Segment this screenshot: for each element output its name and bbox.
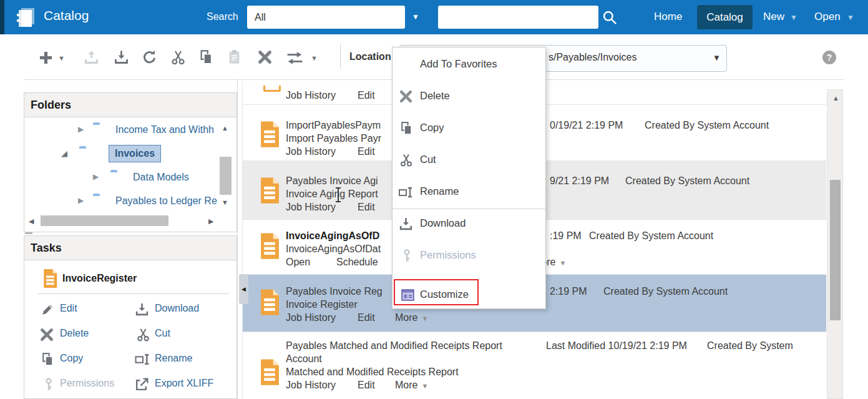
job-history-link[interactable]: Job History: [286, 312, 336, 323]
item-title[interactable]: Payables Invoice Reg: [286, 286, 383, 297]
copy-icon: [399, 121, 414, 136]
document-icon: [259, 232, 280, 260]
tree-scroll-down-icon[interactable]: ▼: [222, 199, 228, 206]
nav-home[interactable]: Home: [654, 11, 682, 23]
open-link[interactable]: Open: [286, 257, 310, 268]
document-icon: [259, 177, 280, 204]
expand-caret-icon[interactable]: ▶: [78, 197, 84, 204]
menu-copy[interactable]: Copy: [393, 116, 545, 141]
new-button[interactable]: [37, 49, 54, 66]
item-title[interactable]: ImportPayablesPaym: [286, 120, 381, 131]
delete-button[interactable]: [256, 49, 273, 66]
tree-scroll-left-icon[interactable]: ◀: [29, 218, 34, 225]
last-modified: Last Modified 10/19/21 2:19 PM: [546, 340, 687, 352]
tree-item-invoices-selected[interactable]: Invoices: [109, 145, 161, 162]
nav-new-caret-icon[interactable]: ▼: [790, 13, 797, 22]
item-title[interactable]: Payables Invoice Agi: [286, 175, 378, 187]
created-by: Created By System: [707, 340, 793, 352]
task-export-xliff[interactable]: Export XLIFF: [155, 378, 213, 389]
scroll-up-icon[interactable]: ▲: [832, 95, 839, 102]
list-item-payables-matched-receipts[interactable]: Payables Matched and Modified Receipts R…: [243, 332, 826, 399]
sidebar-collapse-handle[interactable]: ◀: [239, 274, 248, 304]
tasks-panel-title: Tasks: [24, 236, 237, 260]
location-caret-icon[interactable]: ▼: [713, 53, 721, 62]
nav-open[interactable]: Open: [814, 11, 841, 23]
more-link[interactable]: More▼: [395, 380, 428, 391]
menu-item-label: Rename: [420, 185, 459, 197]
job-history-link[interactable]: Job History: [286, 90, 336, 101]
cut-button[interactable]: [170, 49, 187, 66]
task-rename[interactable]: Rename: [155, 353, 192, 364]
expand-caret-icon[interactable]: ▶: [93, 173, 99, 180]
document-icon: [42, 268, 57, 288]
tree-vscroll-thumb[interactable]: [220, 157, 232, 195]
edit-link[interactable]: Edit: [358, 312, 375, 323]
menu-cut[interactable]: Cut: [393, 148, 545, 173]
search-icon[interactable]: [601, 9, 618, 26]
context-menu: Add To Favorites Delete Copy Cut Rename …: [392, 47, 546, 309]
nav-new[interactable]: New: [763, 11, 784, 23]
menu-rename[interactable]: Rename: [393, 180, 545, 205]
task-delete[interactable]: Delete: [60, 328, 89, 339]
upload-button[interactable]: [83, 49, 100, 66]
paste-button[interactable]: [226, 49, 243, 66]
job-history-link[interactable]: Job History: [286, 380, 336, 391]
item-description: Invoice Aging Report: [286, 189, 378, 200]
expand-caret-icon[interactable]: ▶: [78, 126, 84, 133]
menu-add-to-favorites[interactable]: Add To Favorites: [393, 52, 545, 77]
menu-item-label: Download: [420, 217, 466, 229]
schedule-link[interactable]: Schedule: [336, 257, 378, 268]
tree-item-invoices-label: Invoices: [115, 148, 155, 159]
tree-item-payables-ledger[interactable]: Payables to Ledger Re: [115, 195, 217, 207]
tree-item-data-models[interactable]: Data Models: [133, 172, 189, 183]
item-title[interactable]: InvoiceAgingAsOfD: [286, 230, 379, 242]
tasks-selected-item: InvoiceRegister: [62, 273, 137, 284]
tree-item-income-tax[interactable]: Income Tax and Withh: [115, 124, 214, 135]
edit-link[interactable]: Edit: [358, 146, 375, 157]
scope-caret-icon[interactable]: ▼: [412, 12, 419, 21]
document-icon: [259, 121, 280, 148]
edit-link[interactable]: Edit: [358, 90, 375, 101]
rename-icon: [397, 185, 415, 200]
location-value: s/Payables/Invoices: [549, 52, 636, 63]
created-by: Created By System Account: [603, 286, 728, 297]
help-button[interactable]: ?: [822, 51, 836, 64]
tree-scroll-right-icon[interactable]: ▶: [208, 218, 213, 225]
copy-button[interactable]: [198, 49, 215, 66]
edit-link[interactable]: Edit: [358, 202, 375, 213]
task-download[interactable]: Download: [155, 303, 199, 314]
menu-divider: [393, 209, 545, 209]
edit-link[interactable]: Edit: [358, 380, 375, 391]
more-link[interactable]: More▼: [395, 312, 428, 323]
nav-catalog-active[interactable]: Catalog: [697, 5, 753, 29]
refresh-button[interactable]: [141, 49, 158, 66]
menu-item-label: Copy: [420, 122, 444, 134]
list-scrollbar[interactable]: ▲: [827, 89, 843, 399]
header-bar: Catalog Search All ▼ Home Catalog New ▼ …: [0, 0, 868, 34]
more-label: More: [395, 380, 417, 390]
new-button-caret-icon[interactable]: ▼: [58, 54, 65, 62]
created-by: Created By System Account: [625, 175, 749, 187]
search-scope-select[interactable]: All: [247, 6, 405, 29]
download-button[interactable]: [113, 49, 130, 66]
panel-splitter-handle[interactable]: [25, 232, 32, 234]
folder-tree: ▶ Income Tax and Withh ◢ Invoices ▶ Data…: [24, 117, 219, 214]
job-history-link[interactable]: Job History: [286, 202, 336, 213]
item-title[interactable]: Payables Matched and Modified Receipts R…: [286, 340, 502, 352]
copy-shortcut-button[interactable]: [285, 50, 305, 66]
menu-download[interactable]: Download: [393, 212, 545, 237]
item-description: Invoice Register: [286, 299, 358, 310]
task-cut[interactable]: Cut: [155, 328, 170, 339]
task-edit[interactable]: Edit: [60, 303, 77, 314]
menu-delete[interactable]: Delete: [393, 84, 545, 109]
task-copy[interactable]: Copy: [60, 353, 83, 364]
sidebar-divider: [237, 80, 238, 399]
search-input[interactable]: [438, 6, 598, 29]
list-scrollbar-thumb[interactable]: [830, 180, 841, 320]
nav-open-caret-icon[interactable]: ▼: [847, 13, 854, 22]
tree-scroll-up-icon[interactable]: ▲: [222, 125, 228, 132]
job-history-link[interactable]: Job History: [286, 146, 336, 157]
copy-shortcut-caret-icon[interactable]: ▼: [311, 54, 318, 62]
collapse-caret-icon[interactable]: ◢: [61, 149, 67, 157]
tree-hscroll-thumb[interactable]: [41, 215, 168, 226]
